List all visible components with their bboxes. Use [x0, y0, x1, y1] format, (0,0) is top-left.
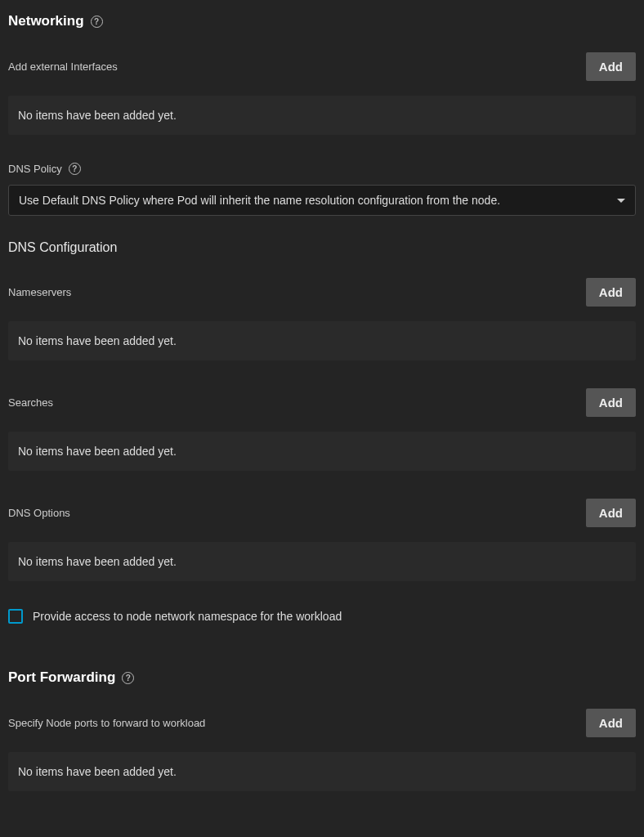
- dns-policy-header: DNS Policy ?: [8, 163, 636, 175]
- add-external-interface-button[interactable]: Add: [586, 52, 636, 81]
- dns-policy-group: DNS Policy ? Use Default DNS Policy wher…: [8, 163, 636, 216]
- external-interfaces-header: Add external Interfaces Add: [8, 52, 636, 81]
- dns-configuration-title: DNS Configuration: [8, 240, 636, 255]
- help-icon[interactable]: ?: [69, 163, 81, 175]
- help-icon[interactable]: ?: [122, 672, 134, 684]
- dns-policy-label-text: DNS Policy: [8, 163, 62, 175]
- dns-policy-value: Use Default DNS Policy where Pod will in…: [19, 194, 500, 207]
- searches-label: Searches: [8, 396, 53, 409]
- node-ports-header: Specify Node ports to forward to workloa…: [8, 709, 636, 737]
- chevron-down-icon: [617, 199, 625, 203]
- nameservers-group: Nameservers Add No items have been added…: [8, 278, 636, 360]
- add-node-port-button[interactable]: Add: [586, 709, 636, 737]
- add-nameserver-button[interactable]: Add: [586, 278, 636, 307]
- external-interfaces-label: Add external Interfaces: [8, 60, 118, 73]
- nameservers-empty: No items have been added yet.: [8, 321, 636, 360]
- node-ports-group: Specify Node ports to forward to workloa…: [8, 709, 636, 791]
- external-interfaces-group: Add external Interfaces Add No items hav…: [8, 52, 636, 135]
- external-interfaces-empty: No items have been added yet.: [8, 96, 636, 135]
- host-network-row: Provide access to node network namespace…: [8, 609, 636, 624]
- searches-header: Searches Add: [8, 388, 636, 417]
- dns-policy-select[interactable]: Use Default DNS Policy where Pod will in…: [8, 185, 636, 216]
- dns-options-header: DNS Options Add: [8, 499, 636, 527]
- searches-empty: No items have been added yet.: [8, 432, 636, 471]
- port-forwarding-heading: Port Forwarding ?: [8, 669, 636, 686]
- networking-heading: Networking ?: [8, 13, 636, 29]
- dns-options-label: DNS Options: [8, 507, 70, 519]
- help-icon[interactable]: ?: [91, 16, 103, 28]
- dns-policy-label: DNS Policy ?: [8, 163, 81, 175]
- host-network-label: Provide access to node network namespace…: [33, 610, 342, 623]
- node-ports-label: Specify Node ports to forward to workloa…: [8, 717, 205, 729]
- add-dns-option-button[interactable]: Add: [586, 499, 636, 527]
- searches-group: Searches Add No items have been added ye…: [8, 388, 636, 471]
- nameservers-label: Nameservers: [8, 286, 71, 298]
- node-ports-empty: No items have been added yet.: [8, 752, 636, 791]
- add-search-button[interactable]: Add: [586, 388, 636, 417]
- dns-options-group: DNS Options Add No items have been added…: [8, 499, 636, 581]
- port-forwarding-title: Port Forwarding: [8, 669, 115, 686]
- host-network-checkbox[interactable]: [8, 609, 23, 624]
- dns-options-empty: No items have been added yet.: [8, 542, 636, 581]
- networking-title: Networking: [8, 13, 84, 29]
- nameservers-header: Nameservers Add: [8, 278, 636, 307]
